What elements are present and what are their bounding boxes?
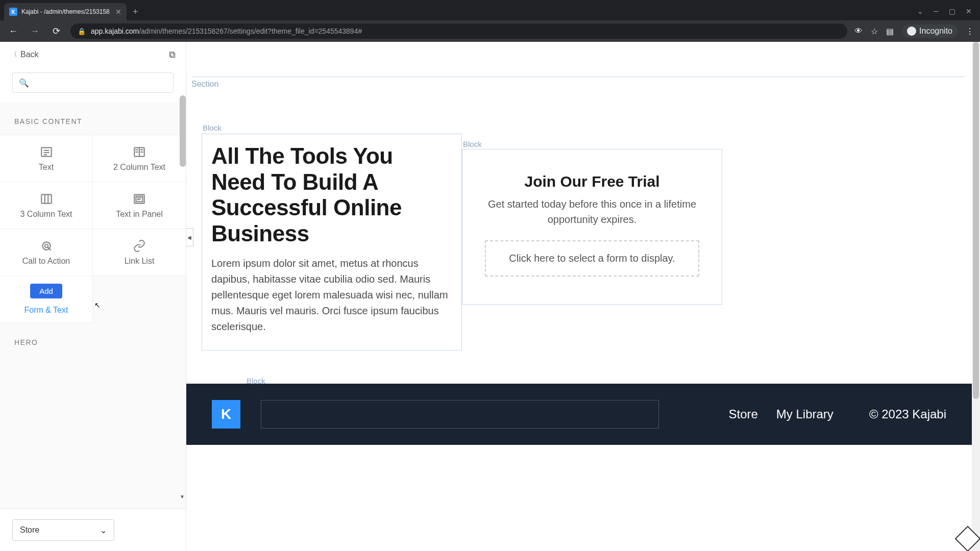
footer-link-library[interactable]: My Library — [776, 407, 834, 421]
footer-nav-block[interactable] — [261, 400, 659, 429]
canvas-scrollbar-track[interactable] — [972, 42, 980, 551]
form-block-heading: Join Our Free Trial — [485, 173, 699, 190]
canvas-scrollbar-thumb[interactable] — [973, 42, 979, 399]
section-heading-hero: HERO — [0, 323, 186, 356]
url-input[interactable]: 🔒 app.kajabi.com/admin/themes/2153158267… — [70, 23, 847, 39]
footer-link-store[interactable]: Store — [728, 407, 757, 421]
form-placeholder[interactable]: Click here to select a form to display. — [485, 240, 699, 277]
reload-icon[interactable]: ⟳ — [49, 26, 63, 37]
kajabi-logo-icon: K — [221, 406, 231, 422]
block-option-text-in-panel[interactable]: Text in Panel — [93, 182, 186, 229]
text-panel-icon — [133, 192, 146, 206]
block-heading: All The Tools You Need To Build A Succes… — [211, 143, 452, 246]
chevron-down-icon: ⌄ — [100, 525, 107, 535]
block-option-3-column-text[interactable]: 3 Column Text — [0, 182, 93, 229]
footer-logo[interactable]: K — [212, 400, 240, 429]
footer-section[interactable]: Block K Store My Library © 2023 Kajabi — [186, 384, 972, 445]
two-column-icon — [133, 145, 146, 159]
browser-tab-strip: K Kajabi - /admin/themes/2153158 ✕ + ⌄ ─… — [0, 0, 980, 20]
block-label-2: Block — [463, 140, 482, 148]
section-label: Section — [191, 80, 218, 89]
footer-copyright: © 2023 Kajabi — [869, 407, 946, 421]
open-external-icon[interactable]: ⧉ — [169, 49, 176, 60]
block-option-link-list[interactable]: Link List — [93, 229, 186, 276]
minimize-icon[interactable]: ─ — [934, 7, 939, 15]
new-tab-button[interactable]: + — [133, 7, 138, 17]
back-label: Back — [20, 50, 39, 59]
url-text: app.kajabi.com/admin/themes/2153158267/s… — [91, 27, 362, 35]
preview-canvas: ◀ Section Block All The Tools You Need T… — [186, 42, 980, 551]
text-block[interactable]: All The Tools You Need To Build A Succes… — [202, 134, 462, 350]
browser-tab[interactable]: K Kajabi - /admin/themes/2153158 ✕ — [4, 3, 127, 20]
block-option-call-to-action[interactable]: Call to Action — [0, 229, 93, 276]
incognito-icon — [907, 27, 916, 36]
form-block-body: Get started today before this once in a … — [485, 196, 699, 227]
sidebar-scrollbar-thumb[interactable] — [180, 95, 186, 167]
link-icon — [133, 239, 146, 253]
maximize-icon[interactable]: ▢ — [949, 7, 955, 15]
tab-search-icon[interactable]: ⌄ — [917, 7, 923, 15]
bookmark-icon[interactable]: ☆ — [871, 27, 878, 36]
lock-icon: 🔒 — [78, 28, 86, 35]
section-outline[interactable] — [191, 77, 965, 77]
close-window-icon[interactable]: ✕ — [966, 7, 972, 15]
add-button[interactable]: Add — [30, 284, 62, 298]
back-nav-icon[interactable]: ← — [6, 26, 20, 37]
page-selector[interactable]: Store ⌄ — [12, 519, 114, 541]
incognito-badge[interactable]: Incognito — [902, 24, 958, 38]
svg-rect-10 — [41, 194, 52, 203]
chevron-left-icon: 〈 — [10, 50, 17, 59]
section-heading-basic-content: BASIC CONTENT — [0, 102, 186, 135]
close-tab-icon[interactable]: ✕ — [115, 8, 121, 16]
window-controls: ⌄ ─ ▢ ✕ — [917, 7, 980, 20]
empty-cell — [93, 276, 186, 323]
form-text-block[interactable]: Join Our Free Trial Get started today be… — [462, 149, 722, 305]
kajabi-favicon-icon: K — [9, 8, 17, 16]
back-button[interactable]: 〈 Back — [10, 50, 39, 59]
block-label-1: Block — [203, 123, 222, 132]
search-icon: 🔍 — [19, 78, 29, 88]
block-option-text[interactable]: Text — [0, 135, 93, 182]
search-input[interactable]: 🔍 — [12, 72, 174, 93]
sidebar-scroll-down-icon[interactable]: ▼ — [179, 493, 186, 500]
tab-title: Kajabi - /admin/themes/2153158 — [21, 8, 111, 15]
editor-sidebar: 〈 Back ⧉ 🔍 BASIC CONTENT Text — [0, 42, 186, 551]
forward-nav-icon[interactable]: → — [28, 26, 42, 37]
menu-icon[interactable]: ⋮ — [966, 27, 974, 36]
text-block-icon — [40, 145, 53, 159]
block-label-footer: Block — [247, 377, 265, 385]
three-column-icon — [40, 192, 53, 206]
block-option-2-column-text[interactable]: 2 Column Text — [93, 135, 186, 182]
cta-icon — [40, 239, 53, 253]
collapse-sidebar-toggle[interactable]: ◀ — [186, 228, 193, 246]
block-body: Lorem ipsum dolor sit amet, metus at rho… — [211, 256, 452, 335]
tracking-icon[interactable]: 👁 — [854, 27, 863, 36]
side-panel-icon[interactable]: ▤ — [886, 27, 894, 36]
address-bar: ← → ⟳ 🔒 app.kajabi.com/admin/themes/2153… — [0, 20, 980, 42]
block-option-form-text[interactable]: Add Form & Text — [0, 276, 93, 323]
